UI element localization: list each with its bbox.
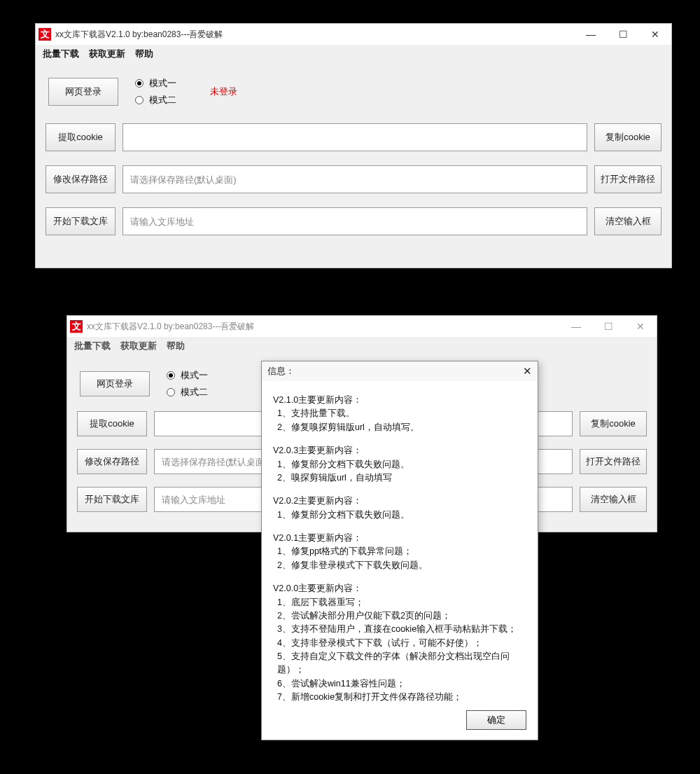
changelog-heading: V2.0.0主要更新内容： — [273, 582, 526, 595]
radio-icon — [135, 79, 144, 88]
menu-get-update[interactable]: 获取更新 — [120, 340, 157, 352]
changelog-section: V2.0.1主要更新内容：1、修复ppt格式的下载异常问题；2、修复非登录模式下… — [273, 532, 526, 572]
changelog-heading: V2.0.1主要更新内容： — [273, 532, 526, 545]
titlebar[interactable]: 文 xx文库下载器V2.1.0 by:bean0283---吾爱破解 — ☐ ✕ — [36, 24, 671, 45]
radio-mode-2-label: 模式二 — [181, 386, 208, 399]
menu-help[interactable]: 帮助 — [167, 340, 185, 352]
titlebar[interactable]: 文 xx文库下载器V2.1.0 by:bean0283---吾爱破解 — ☐ ✕ — [67, 316, 657, 337]
changelog-item: 1、修复部分文档下载失败问题。 — [273, 458, 526, 471]
radio-mode-2[interactable]: 模式二 — [167, 386, 208, 399]
changelog-item: 2、修复嗅探剪辑版url，自动填写。 — [273, 421, 526, 434]
copy-cookie-button[interactable]: 复制cookie — [594, 123, 662, 151]
cookie-input[interactable] — [122, 123, 587, 151]
dialog-body: V2.1.0主要更新内容：1、支持批量下载。2、修复嗅探剪辑版url，自动填写。… — [262, 381, 538, 703]
window-title: xx文库下载器V2.1.0 by:bean0283---吾爱破解 — [55, 29, 223, 41]
changelog-item: 1、修复部分文档下载失败问题。 — [273, 509, 526, 522]
web-login-button[interactable]: 网页登录 — [80, 371, 150, 396]
start-download-button[interactable]: 开始下载文库 — [77, 487, 147, 512]
close-button[interactable]: ✕ — [624, 316, 657, 337]
menu-get-update[interactable]: 获取更新 — [89, 48, 125, 60]
menubar: 批量下载 获取更新 帮助 — [67, 337, 657, 355]
radio-icon — [135, 96, 144, 104]
radio-mode-2-label: 模式二 — [149, 94, 176, 106]
radio-icon — [167, 371, 175, 380]
changelog-item: 1、支持批量下载。 — [273, 407, 526, 420]
clear-input-button[interactable]: 清空输入框 — [594, 207, 662, 235]
changelog-item: 2、修复非登录模式下下载失败问题。 — [273, 559, 526, 572]
minimize-button[interactable]: — — [560, 316, 592, 337]
open-file-path-button[interactable]: 打开文件路径 — [580, 449, 647, 474]
changelog-item: 3、支持不登陆用户，直接在cookie输入框手动粘贴并下载； — [273, 623, 526, 636]
radio-mode-2[interactable]: 模式二 — [135, 94, 176, 106]
save-path-input[interactable] — [122, 165, 587, 193]
menu-help[interactable]: 帮助 — [135, 48, 153, 60]
changelog-item: 4、支持非登录模式下下载（试行，可能不好使）； — [273, 637, 526, 650]
radio-icon — [167, 388, 175, 396]
extract-cookie-button[interactable]: 提取cookie — [46, 123, 115, 151]
minimize-button[interactable]: — — [575, 24, 607, 45]
app-icon: 文 — [70, 320, 83, 333]
dialog-title-text: 信息： — [267, 365, 295, 378]
open-file-path-button[interactable]: 打开文件路径 — [594, 165, 662, 193]
extract-cookie-button[interactable]: 提取cookie — [77, 411, 147, 436]
changelog-item: 2、嗅探剪辑版url，自动填写 — [273, 471, 526, 485]
changelog-item: 6、尝试解决win11兼容性问题； — [273, 677, 526, 691]
changelog-heading: V2.1.0主要更新内容： — [273, 394, 526, 407]
dialog-titlebar[interactable]: 信息： ✕ — [262, 361, 538, 381]
changelog-heading: V2.0.2主要更新内容： — [273, 495, 526, 508]
menu-batch-download[interactable]: 批量下载 — [74, 340, 111, 352]
menubar: 批量下载 获取更新 帮助 — [36, 45, 671, 63]
change-save-path-button[interactable]: 修改保存路径 — [77, 449, 147, 474]
changelog-item: 5、支持自定义下载文件的字体（解决部分文档出现空白问题）； — [273, 650, 526, 677]
copy-cookie-button[interactable]: 复制cookie — [580, 411, 647, 436]
changelog-section: V2.0.0主要更新内容：1、底层下载器重写；2、尝试解决部分用户仅能下载2页的… — [273, 582, 526, 703]
dialog-close-button[interactable]: ✕ — [523, 365, 532, 378]
radio-mode-1[interactable]: 模式一 — [167, 369, 208, 382]
main-window-active: 文 xx文库下载器V2.1.0 by:bean0283---吾爱破解 — ☐ ✕… — [35, 23, 672, 268]
radio-mode-1-label: 模式一 — [149, 77, 176, 90]
close-button[interactable]: ✕ — [639, 24, 671, 45]
changelog-item: 7、新增cookie复制和打开文件保存路径功能； — [273, 691, 526, 703]
clear-input-button[interactable]: 清空输入框 — [580, 487, 647, 512]
changelog-item: 2、尝试解决部分用户仅能下载2页的问题； — [273, 609, 526, 623]
login-status: 未登录 — [210, 85, 237, 98]
menu-batch-download[interactable]: 批量下载 — [43, 48, 79, 60]
url-input[interactable] — [122, 207, 587, 235]
start-download-button[interactable]: 开始下载文库 — [46, 207, 115, 235]
changelog-item: 1、底层下载器重写； — [273, 596, 526, 609]
changelog-section: V2.0.3主要更新内容：1、修复部分文档下载失败问题。2、嗅探剪辑版url，自… — [273, 444, 526, 485]
info-dialog: 信息： ✕ V2.1.0主要更新内容：1、支持批量下载。2、修复嗅探剪辑版url… — [261, 361, 538, 740]
maximize-button[interactable]: ☐ — [607, 24, 639, 45]
radio-mode-1[interactable]: 模式一 — [135, 77, 176, 90]
maximize-button[interactable]: ☐ — [592, 316, 624, 337]
window-title: xx文库下载器V2.1.0 by:bean0283---吾爱破解 — [87, 321, 254, 333]
change-save-path-button[interactable]: 修改保存路径 — [46, 165, 115, 193]
changelog-heading: V2.0.3主要更新内容： — [273, 444, 526, 457]
dialog-ok-button[interactable]: 确定 — [466, 710, 526, 730]
changelog-section: V2.1.0主要更新内容：1、支持批量下载。2、修复嗅探剪辑版url，自动填写。 — [273, 394, 526, 434]
radio-mode-1-label: 模式一 — [181, 369, 208, 382]
changelog-section: V2.0.2主要更新内容：1、修复部分文档下载失败问题。 — [273, 495, 526, 522]
changelog-item: 1、修复ppt格式的下载异常问题； — [273, 545, 526, 558]
web-login-button[interactable]: 网页登录 — [48, 78, 118, 106]
app-icon: 文 — [38, 28, 51, 41]
